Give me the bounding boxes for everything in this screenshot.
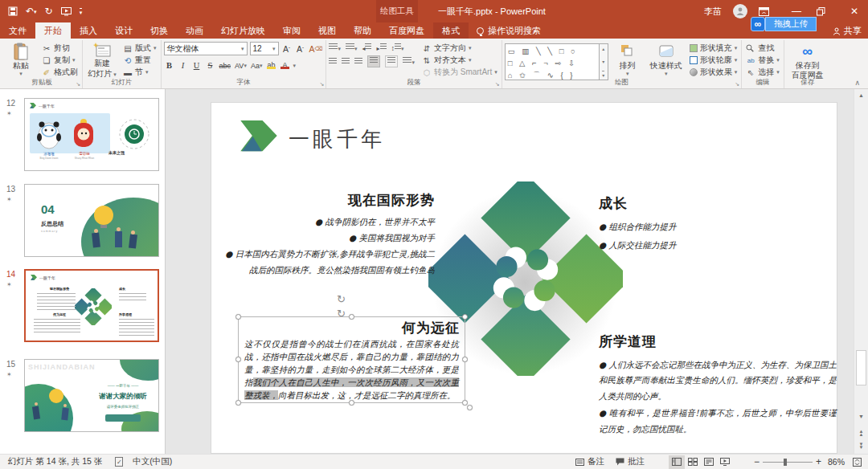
selected-textbox[interactable]: 何为远征 这不仅仅是指曾今的战士们在滇西抗战，在国家各处抗战，还指中国在战火燃尽… [238,316,465,403]
tab-insert[interactable]: 插入 [71,22,106,39]
tab-slideshow[interactable]: 幻灯片放映 [212,22,274,39]
grow-font-button[interactable]: Aˆ [281,43,293,55]
align-left-button[interactable] [329,58,337,65]
shape-gallery-scroll[interactable]: ▴▾▾ [600,43,608,80]
resize-handle[interactable] [467,405,473,410]
slide-thumbnail-12[interactable]: 一眼千年 冰墩墩Bing Dwen Dwen 雪容融Shuey Rhon Rho… [24,98,159,171]
slideshow-view-button[interactable] [717,455,733,469]
tab-help[interactable]: 帮助 [345,22,380,39]
font-color-button[interactable]: A [279,59,290,72]
numbering-button[interactable]: ▾ [346,43,358,52]
quick-styles-button[interactable]: 快速样式▾ [647,41,686,78]
avatar[interactable] [733,4,747,18]
layout-button[interactable]: ▤版式▾ [121,43,158,54]
clipboard-dialog-launcher[interactable]: ↘ [76,81,80,88]
language-indicator[interactable]: 中文(中国) [133,456,172,467]
resize-handle[interactable] [349,400,354,406]
fit-to-window-icon[interactable] [853,458,862,467]
underline-button[interactable]: U [191,59,203,72]
tab-design[interactable]: 设计 [106,22,141,39]
bold-button[interactable]: B [164,59,175,72]
tell-me-search[interactable]: 操作说明搜索 [469,22,549,39]
shape-effects-button[interactable]: 形状效果▾ [688,67,739,78]
tab-review[interactable]: 审阅 [274,22,309,39]
ribbon-display-options-icon[interactable] [759,7,776,16]
slide-thumbnail-13[interactable]: 04 反思总结 s u m m a r y [24,184,159,257]
scroll-down-icon[interactable]: ▼ [854,414,868,419]
increase-indent-button[interactable]: ▸ [376,43,386,52]
zoom-slider[interactable] [763,462,813,463]
replace-button[interactable]: ab替换▾ [744,55,781,66]
drawing-dialog-launcher[interactable]: ↘ [735,81,739,88]
clear-format-button[interactable]: A⌫ [309,43,324,55]
slide-title[interactable]: 一眼千年 [289,125,385,153]
arrange-button[interactable]: 排列▾ [611,41,645,78]
scroll-up-icon[interactable]: ▲ [854,89,868,98]
section-lessons[interactable]: 所学道理 ● 人们永远不会忘记那些在战争中为正义、为生存、为保卫国土和民族尊严而… [599,332,837,437]
resize-handle[interactable] [235,314,241,320]
justify-button[interactable] [367,55,380,67]
redo-icon[interactable]: ↻ [45,6,53,16]
tab-home[interactable]: 开始 [35,22,71,39]
copy-button[interactable]: ❏复制▾ [40,55,80,66]
shrink-font-button[interactable]: Aˇ [295,43,306,55]
undo-icon[interactable]: ↶▾ [26,6,37,16]
slide-thumbnail-14[interactable]: 一眼千年 现在国际形势 成长 何为远征 所学道理 [24,269,159,342]
next-slide-button[interactable]: ▼▼ [854,442,868,449]
format-painter-button[interactable]: ✐格式刷 [40,67,80,78]
shape-outline-button[interactable]: 形状轮廓▾ [688,55,739,66]
rotate-handle-icon[interactable]: ↻ [337,294,346,304]
restore-button[interactable] [817,7,834,16]
shape-gallery[interactable]: ▭ ▥ ╲ ╲ □ ○ □ △ ⌐ ¬ ⇨ ⇩ ⌂ ✩ ⌒ ∿ { } [505,43,600,80]
share-button[interactable]: 共享 [833,25,862,37]
resize-handle[interactable] [462,314,468,320]
zoom-slider-thumb[interactable] [784,459,787,466]
cut-button[interactable]: ✂剪切 [40,43,80,54]
tab-transitions[interactable]: 切换 [141,22,177,39]
collapse-ribbon-icon[interactable]: ∧ [854,79,860,87]
save-to-netdisk-button[interactable]: ∞ 保存到 百度网盘 [787,41,829,78]
comments-button[interactable]: 批注 [616,456,645,467]
char-spacing-button[interactable]: AV▾ [234,59,248,72]
tab-view[interactable]: 视图 [309,22,345,39]
paste-button[interactable]: 粘贴▾ [4,41,38,78]
select-button[interactable]: ⇖选择▾ [744,67,781,78]
customize-qat-icon[interactable]: ▾ [80,8,83,15]
start-slideshow-icon[interactable] [61,7,72,16]
highlight-color-button[interactable]: ab [265,59,276,72]
font-name-combo[interactable]: 华文楷体▾ [164,42,248,55]
paragraph-dialog-launcher[interactable]: ↘ [495,81,500,88]
distribute-button[interactable] [385,55,398,67]
shadow-button[interactable]: abc [219,59,232,72]
slide-thumbnail-15[interactable]: SHIJIANDABIAN —— 一眼千年 —— 谢谢大家的倾听 请评委老师批评… [24,359,159,432]
slide-editor[interactable]: 一眼千年 现在国际形势 ● 战争阴影仍在，世界并不太平 ● 美国将我国视为对手 … [211,102,837,454]
minimize-button[interactable]: — [788,6,805,17]
notes-button[interactable]: 备注 [575,456,604,467]
line-spacing-button[interactable]: ↕▾ [391,43,404,52]
zoom-level[interactable]: 86% [828,457,845,467]
spellcheck-icon[interactable]: ✓ [115,457,123,467]
reset-button[interactable]: ⟲重置 [121,55,158,66]
resize-handle[interactable] [462,400,468,406]
section-button[interactable]: ▬节▾ [121,67,158,78]
strikethrough-button[interactable]: S [205,59,216,72]
resize-handle[interactable] [462,357,468,362]
vertical-scrollbar[interactable]: ▲ ▼ ▲▲ ▼▼ [854,89,868,454]
reading-view-button[interactable] [701,455,717,469]
resize-handle[interactable] [235,400,241,406]
text-direction-button[interactable]: ⇵文字方向▾ [420,43,499,54]
change-case-button[interactable]: Aa▾ [250,59,264,72]
zoom-in-button[interactable]: + [816,456,821,467]
section-growth[interactable]: 成长 ● 组织合作能力提升 ● 人际交往能力提升 [599,194,792,254]
drag-upload-button[interactable]: 拖拽上传 [765,17,817,31]
tab-baidu-netdisk[interactable]: 百度网盘 [380,22,433,39]
font-size-combo[interactable]: 12▾ [250,42,279,55]
slide-sorter-view-button[interactable] [685,455,701,469]
align-right-button[interactable] [354,58,362,65]
align-text-button[interactable]: ⇅对齐文本▾ [420,55,499,66]
new-slide-button[interactable]: 新建 幻灯片 ▾ [85,41,119,78]
tab-animations[interactable]: 动画 [177,22,212,39]
bullets-button[interactable]: ▾ [329,43,341,52]
tab-file[interactable]: 文件 [0,22,35,39]
convert-smartart-button[interactable]: ⬡转换为 SmartArt▾ [420,67,499,78]
